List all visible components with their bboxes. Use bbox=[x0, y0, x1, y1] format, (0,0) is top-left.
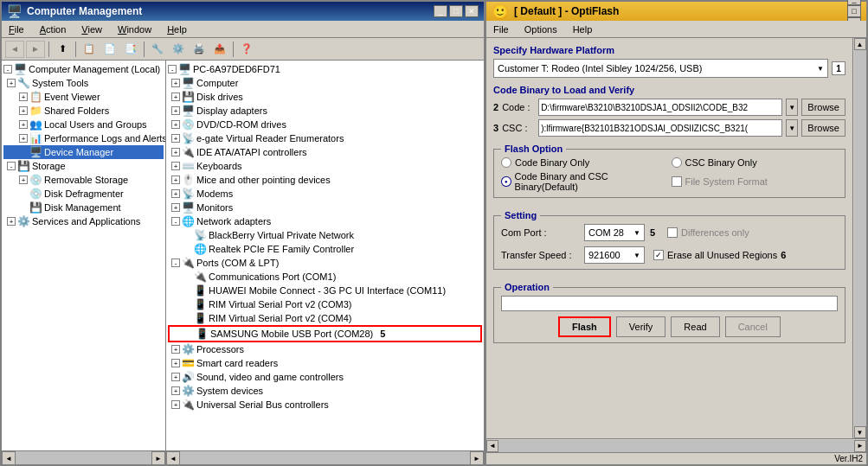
read-button[interactable]: Read bbox=[671, 316, 719, 337]
radio-csc-only[interactable]: CSC Binary Only bbox=[672, 157, 839, 168]
tree-right-header[interactable]: - 🖥️ PC-6A97DED6FD71 bbox=[168, 62, 482, 76]
cm-menu-help[interactable]: Help bbox=[164, 23, 190, 35]
tree-item-storage[interactable]: - 💾 Storage bbox=[3, 159, 164, 173]
tree-right-rim-com3[interactable]: 📱 RIM Virtual Serial Port v2 (COM3) bbox=[168, 297, 482, 311]
tree-right-huawei[interactable]: 📱 HUAWEI Mobile Connect - 3G PC UI Inter… bbox=[168, 284, 482, 297]
scroll-left-arrow[interactable]: ◄ bbox=[2, 451, 16, 465]
com-port-arrow[interactable]: ▼ bbox=[633, 229, 640, 237]
opti-menu-file[interactable]: File bbox=[490, 23, 512, 35]
tree-item-local-users[interactable]: + 👥 Local Users and Groups bbox=[3, 118, 164, 131]
expand-perf-logs[interactable]: + bbox=[19, 134, 28, 143]
code-dropdown-arrow[interactable]: ▼ bbox=[786, 99, 798, 116]
expand-services[interactable]: + bbox=[7, 217, 16, 226]
tree-item-system-tools[interactable]: + 🔧 System Tools bbox=[3, 76, 164, 90]
expand-ide[interactable]: + bbox=[171, 148, 180, 156]
toolbar-btn7[interactable]: 📤 bbox=[210, 41, 229, 58]
opti-scroll-right[interactable]: ► bbox=[854, 440, 866, 452]
tree-right-disk-drives[interactable]: + 💾 Disk drives bbox=[168, 90, 482, 104]
opti-maximize-button[interactable]: □ bbox=[847, 5, 861, 17]
tree-right-monitors[interactable]: + 🖥️ Monitors bbox=[168, 201, 482, 214]
expand-system-devices[interactable]: + bbox=[171, 386, 180, 395]
expand-dvd[interactable]: + bbox=[171, 120, 180, 129]
differences-checkbox[interactable] bbox=[667, 227, 678, 238]
toolbar-up-button[interactable]: ⬆ bbox=[53, 41, 72, 58]
expand-keyboards[interactable]: + bbox=[171, 162, 180, 170]
tree-item-device-manager[interactable]: 🖥️ Device Manager bbox=[3, 145, 164, 159]
expand-network[interactable]: - bbox=[171, 217, 180, 226]
expand-egate[interactable]: + bbox=[171, 134, 180, 143]
verify-button[interactable]: Verify bbox=[616, 316, 666, 337]
tree-item-event-viewer[interactable]: + 📋 Event Viewer bbox=[3, 90, 164, 104]
tree-right-usb[interactable]: + 🔌 Universal Serial Bus controllers bbox=[168, 398, 482, 412]
transfer-select[interactable]: 921600 ▼ bbox=[584, 246, 645, 264]
tree-right-blackberry[interactable]: 📡 BlackBerry Virtual Private Network bbox=[168, 228, 482, 242]
cm-right-tree[interactable]: - 🖥️ PC-6A97DED6FD71 + 🖥️ Computer + 💾 D… bbox=[166, 61, 484, 450]
cancel-button[interactable]: Cancel bbox=[725, 316, 781, 337]
tree-item-shared-folders[interactable]: + 📁 Shared Folders bbox=[3, 104, 164, 118]
expand-shared-folders[interactable]: + bbox=[19, 106, 28, 115]
tree-right-system-devices[interactable]: + ⚙️ System devices bbox=[168, 384, 482, 398]
cm-menu-view[interactable]: View bbox=[78, 23, 106, 35]
tree-item-services[interactable]: + ⚙️ Services and Applications bbox=[3, 214, 164, 228]
tree-right-dvd[interactable]: + 💿 DVD/CD-ROM drives bbox=[168, 118, 482, 131]
cm-menu-action[interactable]: Action bbox=[36, 23, 70, 35]
cm-menu-window[interactable]: Window bbox=[114, 23, 155, 35]
toolbar-btn6[interactable]: 🖨️ bbox=[190, 41, 209, 58]
scroll-right-arrow[interactable]: ► bbox=[151, 451, 165, 465]
tree-right-samsung[interactable]: 📱 SAMSUNG Mobile USB Port (COM28) 5 bbox=[168, 325, 482, 342]
tree-right-com1[interactable]: 🔌 Communications Port (COM1) bbox=[168, 270, 482, 284]
csc-dropdown-arrow[interactable]: ▼ bbox=[786, 119, 798, 137]
opti-scroll-track-h[interactable] bbox=[498, 440, 854, 452]
expand-smartcard[interactable]: + bbox=[171, 359, 180, 367]
tree-item-disk-mgmt[interactable]: 💾 Disk Management bbox=[3, 201, 164, 214]
csc-browse-button[interactable]: Browse bbox=[801, 119, 845, 137]
toolbar-help-button[interactable]: ❓ bbox=[237, 41, 256, 58]
tree-right-realtek[interactable]: 🌐 Realtek PCIe FE Family Controller bbox=[168, 242, 482, 256]
expand-mice[interactable]: + bbox=[171, 176, 180, 184]
expand-display[interactable]: + bbox=[171, 106, 180, 115]
tree-right-display[interactable]: + 🖥️ Display adapters bbox=[168, 104, 482, 118]
flash-button[interactable]: Flash bbox=[558, 316, 611, 337]
opti-menu-options[interactable]: Options bbox=[521, 23, 561, 35]
code-browse-button[interactable]: Browse bbox=[801, 99, 845, 116]
toolbar-list-button[interactable]: 📄 bbox=[100, 41, 119, 58]
tree-item-defrag[interactable]: 💿 Disk Defragmenter bbox=[3, 187, 164, 201]
expand-system-tools[interactable]: + bbox=[7, 79, 16, 87]
tree-item-perf-logs[interactable]: + 📊 Performance Logs and Alerts bbox=[3, 131, 164, 145]
expand-local-users[interactable]: + bbox=[19, 120, 28, 129]
expand-sound[interactable]: + bbox=[171, 373, 180, 381]
opti-scroll-left[interactable]: ◄ bbox=[486, 440, 498, 452]
csc-input[interactable]: ):lfirmware{B32101B321ODSJAI_ODSIIZICSC_… bbox=[538, 119, 782, 137]
cm-menu-file[interactable]: File bbox=[5, 23, 28, 35]
toolbar-show-button[interactable]: 📋 bbox=[80, 41, 99, 58]
tree-right-ide[interactable]: + 🔌 IDE ATA/ATAPI controllers bbox=[168, 145, 482, 159]
cm-minimize-button[interactable]: _ bbox=[434, 5, 447, 17]
tree-right-keyboards[interactable]: + ⌨️ Keyboards bbox=[168, 159, 482, 173]
tree-right-sound[interactable]: + 🔊 Sound, video and game controllers bbox=[168, 370, 482, 384]
expand-storage[interactable]: - bbox=[7, 162, 16, 170]
scroll-track-v[interactable] bbox=[854, 50, 866, 426]
expand-usb[interactable]: + bbox=[171, 400, 180, 409]
cm-close-button[interactable]: ✕ bbox=[465, 5, 479, 17]
tree-right-mice[interactable]: + 🖱️ Mice and other pointing devices bbox=[168, 173, 482, 187]
opti-menu-help[interactable]: Help bbox=[569, 23, 596, 35]
expand-ports[interactable]: - bbox=[171, 259, 180, 267]
erase-checkbox[interactable]: ✓ bbox=[653, 250, 664, 260]
expand-computer-management[interactable]: - bbox=[3, 65, 12, 73]
checkbox-file-system[interactable]: File System Format bbox=[672, 171, 839, 192]
radio-code-only[interactable]: Code Binary Only bbox=[501, 157, 668, 168]
tree-right-network[interactable]: - 🌐 Network adapters bbox=[168, 214, 482, 228]
expand-monitors[interactable]: + bbox=[171, 203, 180, 212]
tree-item-removable[interactable]: + 💿 Removable Storage bbox=[3, 173, 164, 187]
toolbar-detail-button[interactable]: 📑 bbox=[121, 41, 140, 58]
scroll-left-arrow2[interactable]: ◄ bbox=[166, 451, 180, 465]
cm-maximize-button[interactable]: □ bbox=[449, 5, 463, 17]
expand-processors[interactable]: + bbox=[171, 345, 180, 354]
tree-right-egate[interactable]: + 📡 e-gate Virtual Reader Enumerators bbox=[168, 131, 482, 145]
forward-button[interactable]: ► bbox=[26, 41, 45, 58]
expand-removable[interactable]: + bbox=[19, 176, 28, 184]
tree-right-ports[interactable]: - 🔌 Ports (COM & LPT) bbox=[168, 256, 482, 270]
hardware-dropdown-arrow[interactable]: ▼ bbox=[817, 65, 824, 73]
scroll-down-button[interactable]: ▼ bbox=[854, 426, 866, 438]
tree-item-computer-management[interactable]: - 🖥️ Computer Management (Local) bbox=[3, 62, 164, 76]
